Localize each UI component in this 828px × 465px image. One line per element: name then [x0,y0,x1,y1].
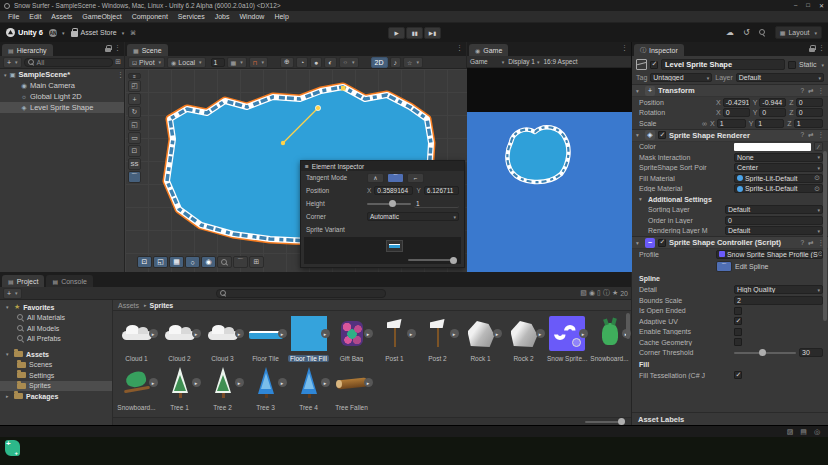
hierarchy-item[interactable]: Global Light 2D [0,91,124,102]
tag-dropdown[interactable]: Untagged [650,73,712,82]
info-icon[interactable]: ⓘ [603,288,610,298]
tab-game[interactable]: ◉Game [469,44,508,56]
corner-threshold-field[interactable]: 30 [799,348,823,357]
preset-icon[interactable]: ⇄ [808,131,813,139]
folder-item[interactable]: Scenes [0,360,112,371]
corner-threshold-slider[interactable] [734,352,796,354]
expand-subassets-icon[interactable]: ▸ [364,329,373,338]
move-tool[interactable]: + [128,93,141,105]
asset-item[interactable]: ▸ Tree 4 [287,364,330,411]
tab-project[interactable]: ▤Project [2,275,44,287]
menu-item[interactable]: Component [127,11,173,23]
object-picker-icon[interactable]: ⊙ [814,185,820,193]
expand-subassets-icon[interactable]: ▸ [536,329,545,338]
menu-item[interactable]: Jobs [210,11,235,23]
layer-dropdown[interactable]: Default [736,73,824,82]
game-mode-dropdown[interactable]: Game▾ [470,58,504,65]
asset-item[interactable]: ▸ Snow Sprite... [545,315,588,362]
asset-labels-header[interactable]: Asset Labels [632,412,828,425]
grid-visibility-dropdown[interactable]: ▦▾ [227,57,247,68]
asset-item[interactable]: ▸ Floor Tile Fill [287,315,330,362]
shortcut-icon[interactable]: ⌘ [130,29,136,36]
toolstrip-handle[interactable]: ≡ [128,73,141,79]
menu-item[interactable]: Assets [46,11,77,23]
expand-subassets-icon[interactable]: ▸ [579,329,588,338]
lock-icon[interactable] [809,45,815,52]
asset-thumbnail[interactable]: ▸ [591,315,629,352]
menu-item[interactable]: File [3,11,24,23]
kebab-menu-icon[interactable]: ⋮ [818,44,825,52]
asset-thumbnail[interactable]: ▸ [419,315,457,352]
detail-dropdown[interactable]: High Quality [734,285,823,294]
tab-console[interactable]: ▤Console [46,275,92,287]
asset-thumbnail[interactable]: ▸ [376,315,414,352]
tab-inspector[interactable]: ⓘInspector [634,44,684,56]
menu-item[interactable]: GameObject [77,11,126,23]
aspect-dropdown[interactable]: 16:9 Aspect [543,58,577,65]
color-swatch[interactable] [734,143,811,151]
edge-material-field[interactable]: Sprite-Lit-Default⊙ [734,184,823,193]
profile-field[interactable]: Snow Sprite Shape Profile (S⊙ [716,250,823,259]
lock-icon[interactable] [105,45,111,52]
effects-dropdown[interactable]: ☆▾ [403,57,423,68]
sort-point-dropdown[interactable]: Center [734,163,823,172]
help-icon[interactable]: ? [800,131,804,139]
add-gameobject-button[interactable]: +▾ [3,57,22,68]
asset-thumbnail[interactable]: ▸ [333,315,371,352]
asset-thumbnail[interactable]: ▸ [247,364,285,401]
is-open-ended-checkbox[interactable] [734,307,742,315]
hierarchy-item[interactable]: Main Camera [0,80,124,91]
asset-thumbnail[interactable]: ▸ [204,364,242,401]
fill-material-field[interactable]: Sprite-Lit-Default⊙ [734,174,823,183]
eyedropper-icon[interactable]: ∕ [814,142,823,151]
breadcrumb-root[interactable]: Assets [118,302,139,309]
sprite-shape-renderer-header[interactable]: ▾◈ Sprite Shape Renderer ?⇄⋮ [632,129,828,142]
rotation-z-field[interactable]: 0 [796,108,823,117]
tangent-broken-button[interactable]: ⌐ [407,173,424,183]
active-checkbox[interactable] [650,61,658,69]
asset-item[interactable]: ▸ Tree Fallen [330,364,373,411]
asset-item[interactable]: ▸ Cloud 2 [158,315,201,362]
scale-y-field[interactable]: 1 [755,119,784,128]
asset-thumbnail[interactable]: ▸ [548,315,586,352]
foldout-icon[interactable]: ▾ [4,72,7,78]
folder-item[interactable]: Settings [0,370,112,381]
gizmo-toggle-4[interactable]: ◐ [324,57,336,68]
scene-kebab-icon[interactable]: ⋮ [117,71,124,79]
hierarchy-search-input[interactable]: All [24,58,114,67]
rotate-tool[interactable]: ↻ [128,106,141,118]
account-dropdown[interactable]: AN▾ [49,29,65,37]
view-hand-tool[interactable]: ◰ [128,80,141,92]
asset-thumbnail[interactable]: ▸ [161,315,199,352]
asset-thumbnail[interactable]: ▸ [333,364,371,401]
expand-subassets-icon[interactable]: ▸ [321,378,330,387]
help-icon[interactable]: ? [800,87,804,95]
link-scale-icon[interactable]: ∞ [702,120,707,127]
edit-spline-button[interactable]: ⌒ [716,261,732,272]
filter-icon[interactable]: ⊞ [115,58,121,66]
spline-snap-button[interactable]: ⊞ [249,256,264,268]
expand-subassets-icon[interactable]: ▸ [493,329,502,338]
pause-button[interactable]: ▮▮ [406,27,423,39]
search-icon[interactable] [759,29,766,36]
bounds-scale-field[interactable]: 2 [734,296,823,305]
label-filter-icon[interactable]: ▯ [597,289,601,297]
sorting-layer-dropdown[interactable]: Default [725,205,823,214]
inspector-scrollbar[interactable] [823,151,827,321]
play-button[interactable]: ▶ [388,27,405,39]
asset-item[interactable]: ▸ Rock 2 [502,315,545,362]
scale-tool[interactable]: ◱ [128,119,141,131]
kebab-menu-icon[interactable]: ⋮ [621,44,628,52]
rotation-x-field[interactable]: 0 [723,108,750,117]
gizmo-toggle-1[interactable]: ⊕ [280,57,294,68]
asset-thumbnail[interactable]: ▸ [505,315,543,352]
asset-thumbnail[interactable]: ▸ [290,364,328,401]
console-status-icon[interactable]: ▤ [800,428,807,436]
cloud-icon[interactable]: ☁ [726,28,734,37]
assets-row[interactable]: ▾Assets [0,349,112,360]
additional-settings-foldout[interactable]: ▾Additional Settings [632,194,828,205]
kebab-menu-icon[interactable]: ⋮ [114,44,121,52]
grid-size-field[interactable]: 1 [211,58,225,67]
element-inspector-panel[interactable]: ≡Element Inspector Tangent Mode ∧ ⌒ ⌐ Po… [300,160,465,268]
thumbnail-size-slider[interactable] [585,421,625,423]
